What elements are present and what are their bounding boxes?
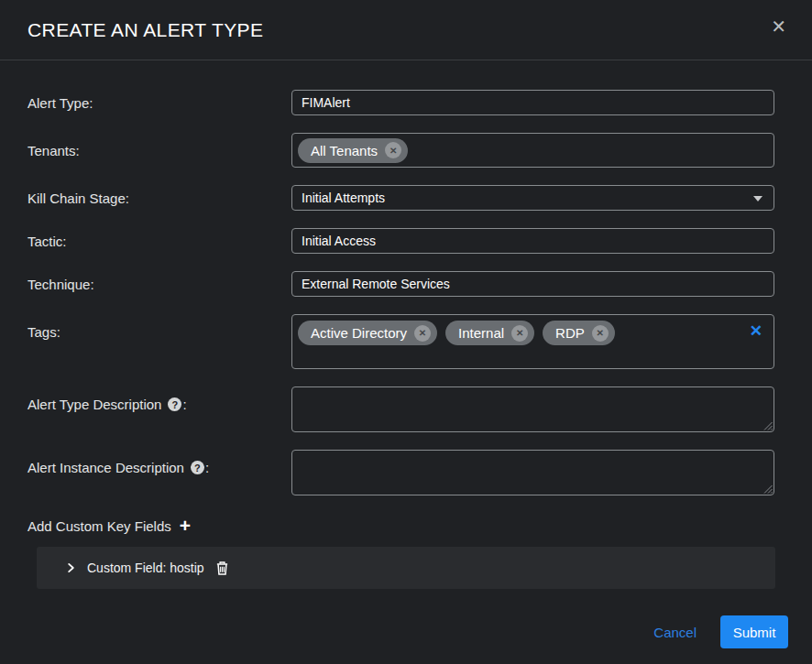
alert-instance-description-row: Alert Instance Description ? : xyxy=(27,450,774,495)
tag-chip-label: Internal xyxy=(458,325,504,341)
submit-button[interactable]: Submit xyxy=(720,615,788,648)
custom-field-row[interactable]: Custom Field: hostip xyxy=(37,547,775,589)
help-icon[interactable]: ? xyxy=(191,461,204,474)
kill-chain-stage-value: Initial Attempts xyxy=(302,190,385,205)
alert-type-description-label-text: Alert Type Description xyxy=(27,397,161,412)
label-colon: : xyxy=(205,460,209,475)
kill-chain-stage-row: Kill Chain Stage: Initial Attempts xyxy=(27,185,774,211)
plus-icon[interactable]: + xyxy=(180,517,191,534)
chip-remove-icon[interactable]: ✕ xyxy=(414,325,431,342)
modal-title: CREATE AN ALERT TYPE xyxy=(27,19,263,41)
alert-type-input[interactable] xyxy=(291,90,774,115)
tag-chip-label: Active Directory xyxy=(311,325,407,341)
chip-remove-icon[interactable]: ✕ xyxy=(385,142,401,158)
technique-row: Technique: xyxy=(27,271,774,297)
alert-type-description-label: Alert Type Description ? : xyxy=(27,386,291,412)
label-colon: : xyxy=(182,397,186,412)
tags-row: Tags: Active Directory ✕ Internal ✕ RD xyxy=(27,314,774,369)
help-icon[interactable]: ? xyxy=(168,397,181,411)
tenant-chip-label: All Tenants xyxy=(311,143,378,158)
technique-input[interactable] xyxy=(291,271,774,297)
chip-remove-icon[interactable]: ✕ xyxy=(511,325,528,342)
alert-instance-description-label: Alert Instance Description ? : xyxy=(27,450,291,475)
tag-chip: RDP ✕ xyxy=(543,321,615,345)
kill-chain-stage-label: Kill Chain Stage: xyxy=(27,190,291,206)
tenants-row: Tenants: All Tenants ✕ xyxy=(27,133,774,168)
modal-footer: Cancel Submit xyxy=(0,600,812,664)
tenants-input[interactable]: All Tenants ✕ xyxy=(291,133,774,168)
custom-field-label: Custom Field: hostip xyxy=(87,561,204,575)
alert-type-row: Alert Type: xyxy=(27,90,774,115)
create-alert-type-modal: CREATE AN ALERT TYPE ✕ Alert Type: Tenan… xyxy=(0,0,812,664)
alert-type-label: Alert Type: xyxy=(27,95,291,111)
alert-type-description-textarea[interactable] xyxy=(291,386,774,432)
alert-instance-description-textarea[interactable] xyxy=(291,450,774,495)
tag-chip: Active Directory ✕ xyxy=(298,321,437,345)
tactic-input[interactable] xyxy=(291,228,774,254)
chevron-down-icon xyxy=(753,196,763,201)
tags-label: Tags: xyxy=(27,314,291,340)
add-custom-key-fields-text: Add Custom Key Fields xyxy=(27,518,171,534)
trash-icon[interactable] xyxy=(215,561,229,576)
tenants-label: Tenants: xyxy=(27,143,291,158)
tags-input[interactable]: Active Directory ✕ Internal ✕ RDP ✕ ✕ xyxy=(291,314,774,369)
tags-clear-icon[interactable]: ✕ xyxy=(750,323,763,340)
chevron-right-icon[interactable] xyxy=(66,562,76,573)
kill-chain-stage-select[interactable]: Initial Attempts xyxy=(291,185,774,211)
add-custom-key-fields-label: Add Custom Key Fields + xyxy=(27,517,774,534)
tag-chip: Internal ✕ xyxy=(445,321,534,345)
technique-label: Technique: xyxy=(27,277,291,292)
alert-instance-description-label-text: Alert Instance Description xyxy=(27,460,184,475)
alert-type-description-row: Alert Type Description ? : xyxy=(27,386,774,432)
modal-body: Alert Type: Tenants: All Tenants ✕ xyxy=(0,60,812,600)
close-icon[interactable]: ✕ xyxy=(771,16,786,37)
tag-chip-label: RDP xyxy=(555,325,585,341)
tactic-label: Tactic: xyxy=(27,234,291,249)
modal-header: CREATE AN ALERT TYPE ✕ xyxy=(0,0,812,60)
tenant-chip: All Tenants ✕ xyxy=(298,138,408,163)
cancel-button[interactable]: Cancel xyxy=(653,625,697,640)
tactic-row: Tactic: xyxy=(27,228,774,254)
chip-remove-icon[interactable]: ✕ xyxy=(592,325,609,342)
